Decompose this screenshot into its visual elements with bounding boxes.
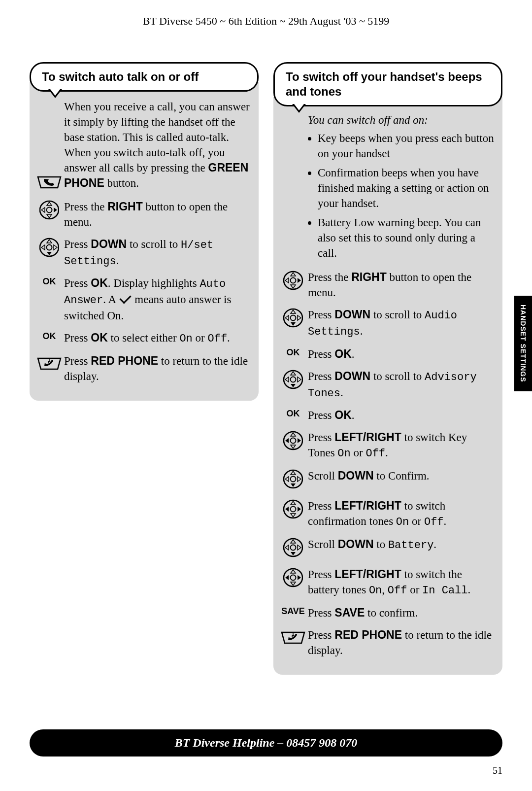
nav-right-icon <box>278 270 308 293</box>
left-intro: When you receive a call, you can answer … <box>64 99 251 191</box>
right-step-2: Press DOWN to scroll to Audio Settings. <box>308 307 495 339</box>
right-step-3: Press OK. <box>308 346 495 362</box>
ok-label: OK <box>278 408 308 419</box>
right-step-1: Press the RIGHT button to open the menu. <box>308 270 495 300</box>
red-phone-icon <box>34 353 64 374</box>
bullet-1: Key beeps when you press each button on … <box>318 131 495 161</box>
right-step-7: Scroll DOWN to Confirm. <box>308 468 495 483</box>
nav-down-icon <box>278 537 308 560</box>
right-step-9: Scroll DOWN to Battery. <box>308 537 495 553</box>
nav-lr-icon <box>278 498 308 521</box>
right-step-4: Press DOWN to scroll to Advisory Tones. <box>308 369 495 401</box>
save-label: SAVE <box>278 605 308 617</box>
nav-lr-icon <box>278 430 308 453</box>
left-step-3: Press OK. Display highlights Auto Answer… <box>64 275 251 323</box>
ok-label: OK <box>34 275 64 287</box>
ok-label: OK <box>278 346 308 358</box>
left-step-1: Press the RIGHT button to open the menu. <box>64 199 251 230</box>
nav-right-icon <box>34 199 64 222</box>
bullet-3: Battery Low warning beep. You can also s… <box>318 215 495 261</box>
bullet-2: Confirmation beeps when you have finishe… <box>318 165 495 211</box>
right-column: To switch off your handset's beeps and t… <box>273 62 502 675</box>
left-step-4: Press OK to select either On or Off. <box>64 330 251 346</box>
page-header: BT Diverse 5450 ~ 6th Edition ~ 29th Aug… <box>30 15 502 28</box>
ok-label: OK <box>34 330 64 342</box>
left-step-2: Press DOWN to scroll to H/set Settings. <box>64 237 251 269</box>
right-bullets: Key beeps when you press each button on … <box>318 131 495 261</box>
left-step-5: Press RED PHONE to return to the idle di… <box>64 353 251 384</box>
right-steps: You can switch off and on: Key beeps whe… <box>273 97 502 675</box>
left-title: To switch auto talk on or off <box>30 62 259 92</box>
nav-down-icon <box>34 237 64 260</box>
tick-icon <box>119 292 131 304</box>
right-title: To switch off your handset's beeps and t… <box>273 62 502 106</box>
left-steps: When you receive a call, you can answer … <box>30 82 259 401</box>
right-step-12: Press RED PHONE to return to the idle di… <box>308 627 495 658</box>
right-step-5: Press OK. <box>308 408 495 423</box>
side-tab: HANDSET SETTINGS <box>514 296 532 391</box>
nav-down-icon <box>278 468 308 491</box>
page-number: 51 <box>493 765 502 776</box>
helpline-bar: BT Diverse Helpline – 08457 908 070 <box>30 729 502 757</box>
red-phone-icon <box>278 627 308 648</box>
right-step-10: Press LEFT/RIGHT to switch the battery t… <box>308 567 495 598</box>
nav-down-icon <box>278 369 308 392</box>
nav-down-icon <box>278 307 308 330</box>
right-step-11: Press SAVE to confirm. <box>308 605 495 620</box>
right-intro-italic: You can switch off and on: <box>308 114 495 127</box>
left-column: To switch auto talk on or off When you r… <box>30 62 259 675</box>
right-step-8: Press LEFT/RIGHT to switch confirmation … <box>308 498 495 530</box>
nav-lr-icon <box>278 567 308 590</box>
green-phone-icon <box>34 99 64 192</box>
right-step-6: Press LEFT/RIGHT to switch Key Tones On … <box>308 430 495 461</box>
